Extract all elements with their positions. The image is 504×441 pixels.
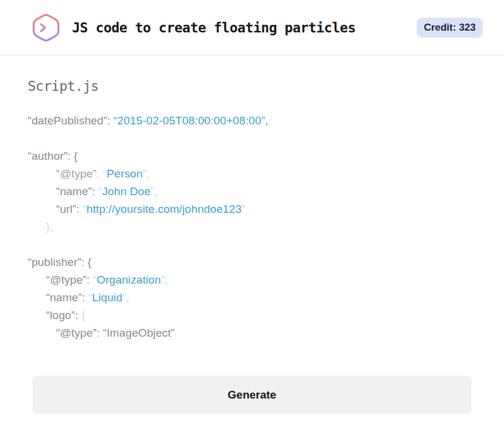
code-line: “datePublished”: “2015-02-05T08:00:00+08… (28, 112, 476, 130)
generate-button[interactable]: Generate (32, 376, 472, 414)
file-label: Script.js (28, 78, 476, 94)
code-line: “author”: { (28, 147, 476, 165)
code-line (28, 236, 476, 254)
page-title: JS code to create floating particles (72, 20, 356, 35)
code-line: “name”: “Liquid”, (28, 289, 476, 307)
main-content: Script.js “datePublished”: “2015-02-05T0… (0, 78, 504, 414)
code-line: “name”: “John Doe”, (28, 183, 476, 200)
code-line: }, (28, 218, 476, 236)
code-line (28, 130, 476, 147)
terminal-hexagon-icon (32, 13, 60, 42)
code-line: “url”: “http://yoursite.com/johndoe123” (28, 200, 476, 218)
code-block: “datePublished”: “2015-02-05T08:00:00+08… (28, 112, 476, 342)
credit-badge: Credit: 323 (417, 18, 483, 38)
code-line: “@type”: “ImageObject” (28, 324, 476, 342)
code-line: “@type”: “Organization”, (28, 271, 476, 289)
header: JS code to create floating particles Cre… (0, 0, 504, 55)
code-line: “logo”: { (28, 307, 476, 324)
code-line: “publisher”: { (28, 254, 476, 271)
code-line: “@type”: “Person”, (28, 165, 476, 183)
